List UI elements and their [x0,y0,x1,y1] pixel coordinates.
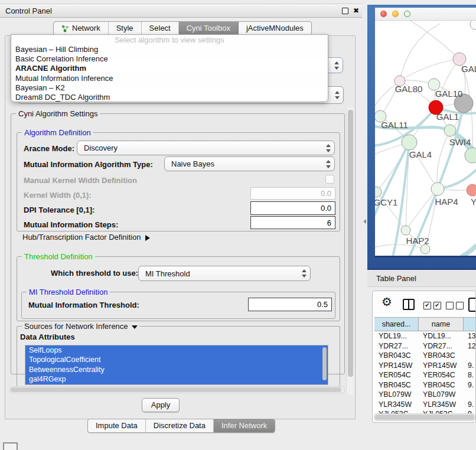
settings-gear-icon[interactable]: ⚙ [382,294,392,309]
column-header-sharedname[interactable]: shared... [374,318,419,331]
manual-kernel-label: Manual Kernel Width Definition [24,177,137,185]
mi-steps-input[interactable]: 6 [250,216,335,229]
hub-definition-disclosure[interactable]: Hub/Transcription Factor Definition [22,233,150,242]
network-node[interactable] [401,226,410,235]
network-node-label: GAL1 [436,112,459,122]
deselect-all-icon[interactable] [446,302,464,309]
network-node-label: SWI4 [449,137,471,147]
splitter-collapse-icon[interactable] [363,219,366,224]
network-node[interactable] [431,182,444,195]
table-row[interactable]: YPR145WYPR145W9. [374,361,476,371]
which-threshold-label: Which threshold to use: [51,269,138,278]
mi-type-combo[interactable]: Naive Bayes [164,156,335,171]
stepper-icon [335,91,340,99]
table-panel-title: Table Panel [376,274,416,283]
list-scrollbar[interactable] [322,347,327,380]
data-attributes-list: SelfLoops TopologicalCoefficient Between… [25,345,328,385]
float-window-icon[interactable] [342,8,348,14]
table-row[interactable]: YER054CYER054C8. [374,370,476,380]
network-node[interactable] [470,21,476,30]
attribute-item-selected[interactable]: SelfLoops [25,345,328,355]
algorithm-dropdown-popup: Select algorithm to view settings Bayesi… [11,34,328,102]
network-canvas[interactable]: GAL GAL80 GAL10 GAL1 GAL11 GAL4 SWI4 GCY… [375,21,476,256]
dropdown-item[interactable]: Dream8 DC_TDC Algorithm [11,93,328,102]
control-panel-titlebar: Control Panel [0,4,362,18]
algorithm-definition-title: Algorithm Definition [22,128,93,137]
network-node[interactable] [420,244,430,254]
dropdown-placeholder: Select algorithm to view settings [11,35,328,45]
table-row[interactable]: YDR27...YDR27...12 [374,341,476,351]
control-panel-title: Control Panel [5,6,52,15]
dropdown-item[interactable]: Bayesian – Hill Climbing [11,45,328,54]
table-row[interactable]: YDL19...YDL19...13 [374,331,476,341]
table-horizontal-scrollbar[interactable] [374,413,475,421]
attribute-item-selected[interactable]: gal4RGexp [25,374,328,384]
split-columns-icon[interactable] [403,299,415,310]
attribute-item-selected[interactable]: TopologicalCoefficient [25,355,328,364]
column-header-name[interactable]: name [419,318,464,331]
tab-style[interactable]: Style [109,22,142,35]
which-threshold-value: MI Threshold [145,269,190,278]
network-view-window: GAL GAL80 GAL10 GAL1 GAL11 GAL4 SWI4 GCY… [367,5,476,270]
network-icon [61,25,69,32]
threshold-definition-title: Threshold Definition [22,252,95,261]
horizontal-scrollbar[interactable] [9,386,345,393]
zoom-traffic-button[interactable] [404,11,410,17]
network-node-label: Y [471,197,476,207]
network-node-label: GCY1 [375,197,397,207]
network-node[interactable] [402,135,417,150]
close-icon[interactable]: ✖ [353,5,359,17]
network-node[interactable] [444,125,456,136]
apply-button[interactable]: Apply [142,398,180,412]
tab-network-label: Network [72,22,100,35]
node-table: shared... name YDL19...YDL19...13 YDR27.… [374,317,476,415]
table-row[interactable]: YLR345WYLR345W9. [374,400,476,410]
manual-kernel-checkbox[interactable] [325,175,334,184]
tab-network[interactable]: Network [54,22,109,35]
dpi-tolerance-label: DPI Tolerance [0,1]: [24,206,94,214]
function-icon[interactable] [468,298,476,312]
attribute-item-selected[interactable]: BetweennessCentrality [25,365,328,374]
bottom-corner-widget [3,442,18,450]
table-panel-body: ⚙ ✔ ✔ shared... name YDL19...YDL19...13 … [372,291,476,423]
tab-cyni-toolbox[interactable]: Cyni Toolbox [179,22,239,35]
which-threshold-combo[interactable]: MI Threshold [138,266,311,281]
minimize-traffic-button[interactable] [392,11,399,17]
tab-discretize-data[interactable]: Discretize Data [146,419,214,432]
dpi-tolerance-input[interactable]: 0.0 [250,201,335,215]
network-window-titlebar [375,8,476,21]
network-node[interactable] [467,184,476,196]
table-row[interactable]: YBR043CYBR043C [374,351,476,361]
table-header-row: shared... name [374,317,476,331]
aracne-mode-combo[interactable]: Discovery [77,141,335,155]
tab-infer-network[interactable]: Infer Network [214,419,275,432]
dropdown-item[interactable]: Basic Correlation Inference [11,54,328,64]
network-node-label: HAP2 [406,236,429,246]
table-panel-titlebar: Table Panel [367,270,476,287]
network-node[interactable] [465,148,476,163]
mi-threshold-label: Mutual Information Threshold: [28,301,139,309]
bottom-tabbar: Impute Data Discretize Data Infer Networ… [87,419,275,433]
table-row[interactable]: YBR045CYBR045C9. [374,380,476,390]
kernel-width-input[interactable]: 0.0 [250,187,335,200]
select-all-icon[interactable]: ✔ ✔ [423,302,441,309]
mi-type-label: Mutual Information Algorithm Type: [24,161,153,169]
mi-threshold-input[interactable]: 0.5 [248,298,332,311]
column-header-partial[interactable] [464,318,476,331]
vertical-scrollbar[interactable] [346,107,354,394]
dropdown-item[interactable]: Bayesian – K2 [11,83,328,93]
close-traffic-button[interactable] [380,11,387,17]
stepper-icon [334,61,339,70]
tab-impute-data[interactable]: Impute Data [88,419,146,432]
tab-select[interactable]: Select [142,22,179,35]
tab-jactivemnodules[interactable]: jActiveMNodules [239,22,311,35]
sources-group-title[interactable]: Sources for Network Inference [22,322,140,331]
network-node[interactable] [375,187,382,197]
dropdown-item[interactable]: Mutual Information Inference [11,74,328,83]
dropdown-item-selected[interactable]: ARACNE Algorithm [11,64,328,73]
settings-scroll-area: Cyni Algorithm Settings Algorithm Defini… [8,107,353,394]
network-node-label: GAL [461,64,476,74]
vertical-scrollbar-thumb[interactable] [348,110,353,377]
table-rows: YDL19...YDL19...13 YDR27...YDR27...12 YB… [374,331,476,415]
table-row[interactable]: YBL079WYBL079W [374,390,476,400]
